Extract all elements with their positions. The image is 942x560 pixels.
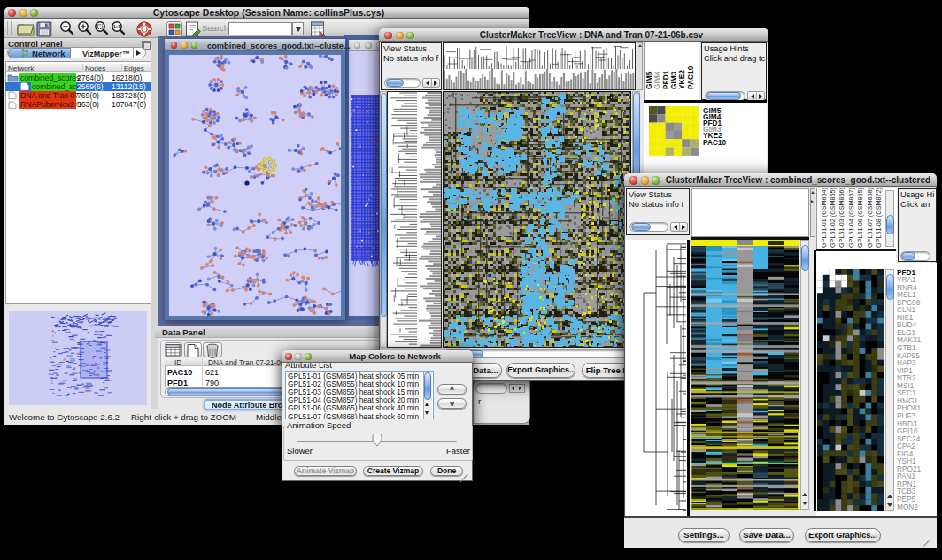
svg-text:GPL51-07 (GSM868): GPL51-07 (GSM868) — [866, 188, 874, 248]
svg-text:GPL51-06 (GSM865): GPL51-06 (GSM865) — [856, 188, 864, 248]
svg-text:GPL51-08 (GSM872): GPL51-08 (GSM872) — [875, 188, 883, 248]
svg-text:GPL51-04 (GSM857): GPL51-04 (GSM857) — [847, 188, 855, 248]
svg-text:GPL51-01 (GSM854): GPL51-01 (GSM854) — [820, 188, 828, 248]
svg-text:PAC10: PAC10 — [686, 65, 695, 89]
svg-text:GPL51-03 (GSM856): GPL51-03 (GSM856) — [838, 188, 845, 248]
svg-text:1:1: 1:1 — [113, 24, 121, 29]
svg-text:GPL51-02 (GSM855): GPL51-02 (GSM855) — [829, 188, 837, 248]
